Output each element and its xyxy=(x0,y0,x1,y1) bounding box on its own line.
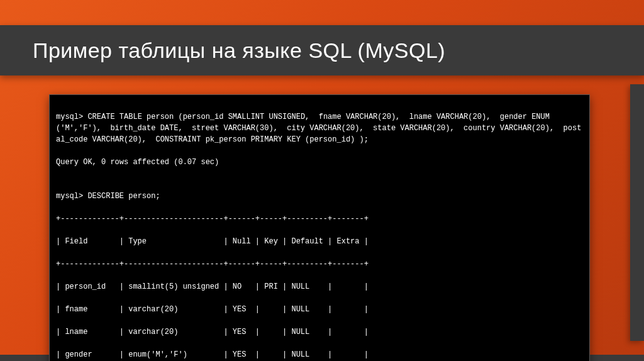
table-row: | fname | varchar(20) | YES | | NULL | | xyxy=(56,304,583,315)
create-statement: mysql> CREATE TABLE person (person_id SM… xyxy=(56,111,583,145)
title-band: Пример таблицы на языке SQL (MySQL) xyxy=(0,25,644,75)
create-result: Query OK, 0 rows affected (0.07 sec) xyxy=(56,157,583,168)
side-decoration xyxy=(630,84,644,341)
mysql-terminal: mysql> CREATE TABLE person (person_id SM… xyxy=(49,94,590,361)
table-separator: +-------------+----------------------+--… xyxy=(56,213,583,225)
slide-title: Пример таблицы на языке SQL (MySQL) xyxy=(33,38,445,63)
describe-statement: mysql> DESCRIBE person; xyxy=(56,191,583,202)
table-separator: +-------------+----------------------+--… xyxy=(56,258,583,270)
table-header: | Field | Type | Null | Key | Default | … xyxy=(56,236,583,247)
table-row: | lname | varchar(20) | YES | | NULL | | xyxy=(56,326,583,338)
table-row: | person_id | smallint(5) unsigned | NO … xyxy=(56,281,583,292)
table-row: | gender | enum('M','F') | YES | | NULL … xyxy=(56,349,583,360)
